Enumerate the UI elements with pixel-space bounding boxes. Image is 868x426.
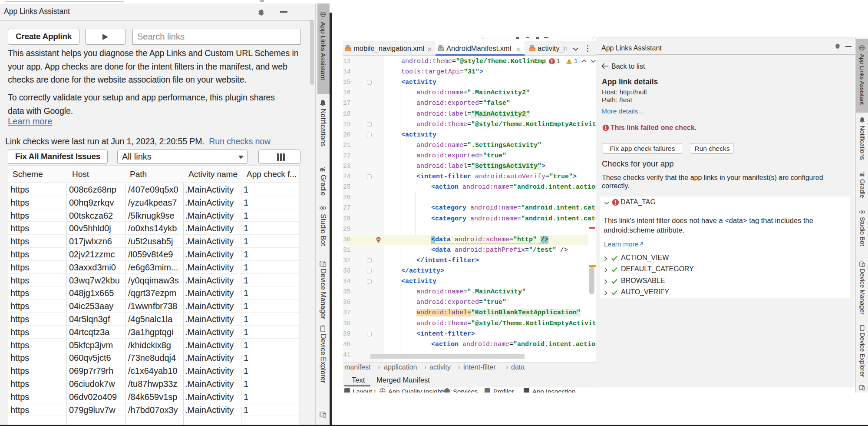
svg-text:MF: MF — [439, 48, 443, 51]
svg-text:<>: <> — [531, 47, 535, 51]
svg-text:<>: <> — [347, 47, 350, 51]
